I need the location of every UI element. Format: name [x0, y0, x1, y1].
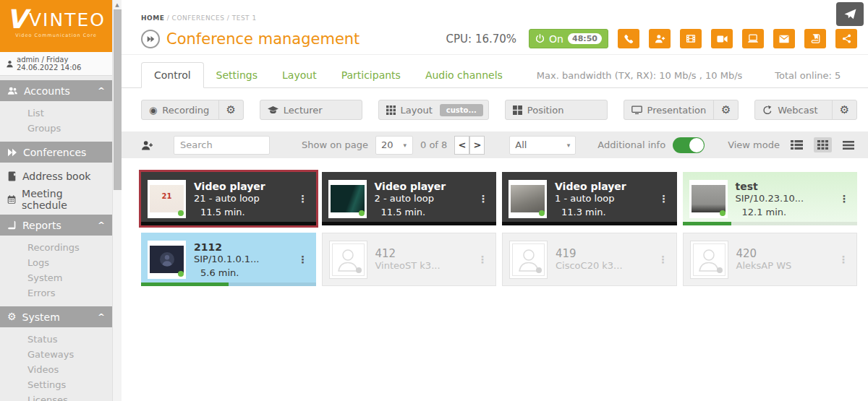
- scrollbar-up-arrow[interactable]: ▲: [113, 0, 122, 8]
- participant-subtitle: CiscoC20 k3...: [556, 260, 656, 272]
- message-button[interactable]: [773, 29, 795, 48]
- participant-subtitle: SIP/10.1.0.1...: [194, 254, 296, 265]
- presentation-settings-button[interactable]: ⚙: [713, 100, 738, 119]
- record-icon: ◉: [149, 105, 157, 116]
- sidebar-item-meeting-schedule[interactable]: Meeting schedule: [0, 189, 112, 210]
- card-menu-button[interactable]: ⋮: [836, 254, 851, 265]
- card-menu-button[interactable]: ⋮: [657, 193, 671, 204]
- breadcrumb-conferences[interactable]: CONFERENCES: [172, 14, 225, 22]
- tab-control[interactable]: Control: [141, 62, 204, 88]
- tab-audio-channels[interactable]: Audio channels: [413, 63, 515, 87]
- participants-toolbar: Show on page 20 ▾ 0 of 8 < > All ▾ Addit…: [122, 131, 868, 158]
- breadcrumb: HOME / CONFERENCES / TEST 1: [141, 14, 857, 22]
- sidebar-scrollbar[interactable]: ▲: [112, 0, 122, 401]
- view-mode-list-detail-button[interactable]: [787, 137, 807, 152]
- conference-power-button[interactable]: On 48:50: [529, 29, 608, 48]
- position-button[interactable]: Position: [505, 100, 608, 120]
- sidebar-item-settings[interactable]: Settings: [0, 377, 112, 392]
- sidebar-item-licenses[interactable]: Licenses: [0, 392, 112, 401]
- participant-title: test: [736, 181, 838, 193]
- participant-card[interactable]: 420 AleksAP WS ⋮: [683, 233, 858, 286]
- next-page-button[interactable]: >: [469, 136, 485, 155]
- scrollbar-thumb[interactable]: [114, 9, 122, 190]
- sidebar-item-conferences[interactable]: Conferences: [0, 142, 112, 163]
- card-menu-button[interactable]: ⋮: [476, 193, 490, 204]
- participant-card[interactable]: 419 CiscoC20 k3... ⋮: [502, 233, 677, 286]
- participant-card[interactable]: 412 VinteoST k3... ⋮: [322, 233, 497, 286]
- participant-title: 2112: [194, 241, 296, 254]
- participant-card[interactable]: 2112 SIP/10.1.0.1... 5.6 min. ⋮: [141, 233, 316, 286]
- sidebar-item-accounts[interactable]: Accounts ^: [0, 80, 112, 101]
- webcast-settings-button[interactable]: ⚙: [832, 100, 856, 119]
- system-submenu: Status Gateways Videos Settings Licenses…: [0, 330, 112, 401]
- webcast-button[interactable]: Webcast ⚙: [754, 100, 857, 120]
- brand-mark: V: [7, 7, 27, 32]
- progress-fill: [141, 283, 229, 286]
- tabs: Control Settings Layout Participants Aud…: [122, 55, 868, 88]
- lecturer-icon: [268, 106, 278, 114]
- participant-card[interactable]: test SIP/10.23.10... 12.1 min. ⋮: [683, 172, 858, 225]
- card-menu-button[interactable]: ⋮: [296, 254, 310, 265]
- sidebar-item-gateways[interactable]: Gateways: [0, 347, 112, 362]
- prev-page-button[interactable]: <: [454, 136, 469, 155]
- book-icon: [811, 34, 820, 43]
- send-message-button[interactable]: [836, 2, 864, 26]
- app-window: V VINTEO Video Communication Core admin …: [0, 0, 868, 401]
- sidebar-item-logs[interactable]: Logs: [0, 255, 112, 270]
- card-menu-button[interactable]: ⋮: [475, 254, 490, 265]
- participant-subtitle: SIP/10.23.10...: [736, 193, 838, 204]
- sidebar-item-groups[interactable]: Groups: [0, 121, 112, 136]
- recording-settings-button[interactable]: ⚙: [218, 100, 243, 119]
- add-participant-button[interactable]: [649, 29, 671, 48]
- sidebar-item-reports[interactable]: Reports ^: [0, 215, 112, 236]
- additional-info-toggle[interactable]: [673, 137, 705, 153]
- filter-select[interactable]: All ▾: [509, 136, 576, 155]
- progress-track: [322, 222, 497, 225]
- view-mode-rows-button[interactable]: [839, 138, 858, 152]
- sidebar-item-recordings[interactable]: Recordings: [0, 240, 112, 255]
- call-button[interactable]: [618, 29, 639, 48]
- address-book-button[interactable]: [804, 29, 826, 48]
- users-icon: [7, 86, 18, 95]
- sidebar-item-list[interactable]: List: [0, 105, 112, 121]
- sidebar-item-errors[interactable]: Errors: [0, 285, 112, 301]
- tab-participants[interactable]: Participants: [329, 63, 413, 87]
- filter-value: All: [515, 139, 527, 150]
- sidebar-item-address-book[interactable]: Address book: [0, 165, 112, 187]
- video-player-button[interactable]: [680, 29, 702, 48]
- breadcrumb-home[interactable]: HOME: [141, 14, 164, 22]
- presentation-button[interactable]: Presentation ⚙: [624, 100, 739, 120]
- sidebar-item-videos[interactable]: Videos: [0, 362, 112, 377]
- search-input[interactable]: [174, 136, 270, 155]
- sidebar-item-system[interactable]: ⚙ System ^: [0, 306, 112, 327]
- sidebar-item-label: Accounts: [24, 85, 92, 97]
- recording-button[interactable]: ◉Recording ⚙: [141, 100, 244, 120]
- card-menu-button[interactable]: ⋮: [296, 193, 310, 204]
- screen-share-button[interactable]: [742, 29, 764, 48]
- sidebar-item-system-report[interactable]: System: [0, 270, 112, 285]
- sidebar: V VINTEO Video Communication Core admin …: [0, 0, 112, 401]
- tab-layout[interactable]: Layout: [270, 63, 329, 87]
- brand-logo: V VINTEO Video Communication Core: [0, 0, 112, 52]
- lecturer-button[interactable]: Lecturer: [260, 100, 362, 120]
- participant-thumbnail: [509, 180, 547, 218]
- camera-button[interactable]: [711, 29, 733, 48]
- page-size-select[interactable]: 20 ▾: [375, 136, 413, 155]
- sidebar-item-label: System: [22, 311, 92, 323]
- add-participant-icon[interactable]: [141, 140, 153, 150]
- card-menu-button[interactable]: ⋮: [656, 254, 671, 265]
- tab-settings[interactable]: Settings: [204, 63, 270, 87]
- offline-status-dot: [536, 267, 542, 273]
- fast-forward-icon: [7, 148, 17, 157]
- sidebar-item-status[interactable]: Status: [0, 332, 112, 347]
- participant-thumbnail: [689, 180, 728, 218]
- participant-card[interactable]: 21 Video player 21 - auto loop 11.5 min.…: [141, 172, 316, 225]
- cpu-usage: CPU: 16.70%: [446, 33, 517, 46]
- avatar-icon: [159, 251, 175, 267]
- layout-button[interactable]: Layout custo...: [378, 100, 489, 120]
- card-menu-button[interactable]: ⋮: [837, 193, 851, 204]
- participant-card[interactable]: Video player 1 - auto loop 11.3 min. ⋮: [502, 172, 677, 225]
- share-button[interactable]: [835, 29, 857, 48]
- view-mode-grid-button[interactable]: [814, 137, 832, 152]
- participant-card[interactable]: Video player 2 - auto loop 11.5 min. ⋮: [322, 172, 497, 225]
